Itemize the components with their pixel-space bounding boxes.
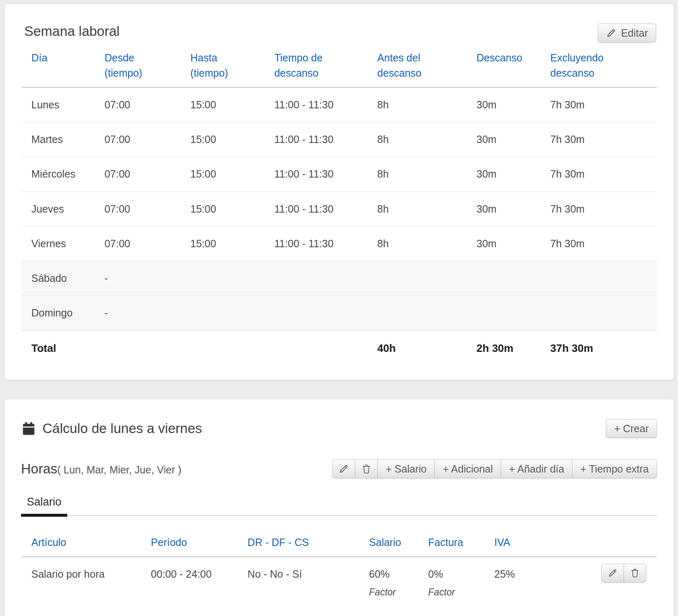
calendar-icon [21, 421, 36, 436]
cell-total-excluyendo: 37h 30m [540, 330, 657, 365]
col-header-dia: Día [21, 50, 94, 87]
cell-tiempo [264, 261, 367, 296]
cell-excluyendo: 7h 30m [540, 192, 657, 226]
col-header-tiempo-descanso: Tiempo dedescanso [264, 50, 367, 87]
cell-salario: 60% Factor [359, 557, 418, 609]
cell-dr-df-cs: No - No - Sí [237, 557, 359, 609]
col-header-iva: IVA [484, 535, 549, 557]
cell-factura: 0% Factor [418, 557, 484, 609]
cell-day: Martes [21, 122, 94, 157]
hours-days: ( Lun, Mar, Mier, Jue, Vier ) [57, 464, 181, 475]
delete-row-button[interactable] [624, 564, 646, 583]
col-header-articulo: Artículo [21, 535, 141, 557]
hours-toolbar: + Salario + Adicional + Añadir día + Tie… [332, 459, 657, 478]
cell-desde: 07:00 [94, 87, 180, 122]
page-title: Semana laboral [21, 4, 657, 50]
cell-descanso: 30m [466, 87, 540, 122]
cell-antes [367, 296, 466, 330]
add-additional-button[interactable]: + Adicional [434, 459, 501, 478]
cell-antes: 8h [367, 192, 466, 226]
pencil-icon [608, 568, 618, 578]
cell-hasta: 15:00 [180, 157, 264, 192]
col-header-desde: Desde(tiempo) [94, 50, 180, 87]
cell-articulo: Salario por hora [21, 557, 141, 609]
hours-heading: Horas [21, 461, 57, 476]
cell-excluyendo: 7h 30m [540, 122, 657, 157]
factura-value: 0% [428, 568, 443, 580]
salary-header-row: Artículo Período DR - DF - CS Salario Fa… [21, 535, 657, 557]
col-header-salario: Salario [359, 535, 418, 557]
cell-desde: - [94, 296, 180, 330]
cell-desde: 07:00 [94, 157, 180, 192]
create-button[interactable]: + Crear [606, 419, 657, 438]
add-day-label: + Añadir día [509, 463, 564, 475]
cell-tiempo: 11:00 - 11:30 [264, 87, 367, 122]
salario-factor-note: Factor [369, 586, 414, 598]
cell-hasta: 15:00 [180, 87, 264, 122]
edit-row-button[interactable] [601, 564, 624, 583]
factura-factor-note: Factor [428, 586, 481, 598]
cell-antes: 8h [367, 157, 466, 192]
pencil-icon [338, 464, 349, 474]
work-week-panel: Semana laboral Editar Día Desde(tiempo) … [4, 3, 674, 380]
table-row-viernes: Viernes 07:00 15:00 11:00 - 11:30 8h 30m… [21, 226, 657, 261]
add-overtime-button[interactable]: + Tiempo extra [572, 459, 657, 478]
salario-value: 60% [369, 568, 389, 580]
tab-salario[interactable]: Salario [21, 496, 67, 517]
cell-descanso: 30m [466, 157, 540, 192]
calc-header: Cálculo de lunes a viernes + Crear [21, 399, 657, 438]
delete-hours-button[interactable] [355, 459, 378, 478]
cell-total-descanso: 2h 30m [466, 330, 540, 365]
add-salary-label: + Salario [386, 463, 427, 475]
add-day-button[interactable]: + Añadir día [501, 459, 572, 478]
cell-antes [367, 261, 466, 296]
table-row-miercoles: Miércoles 07:00 15:00 11:00 - 11:30 8h 3… [21, 157, 657, 192]
edit-hours-button[interactable] [332, 459, 355, 478]
cell-total-antes: 40h [367, 330, 466, 365]
cell-tiempo [264, 296, 367, 330]
cell-descanso [466, 261, 540, 296]
cell-desde: 07:00 [94, 226, 180, 261]
col-header-dr-df-cs: DR - DF - CS [237, 535, 359, 557]
cell-descanso: 30m [466, 192, 540, 226]
cell-iva: 25% [484, 557, 549, 609]
cell-descanso: 30m [466, 122, 540, 157]
col-header-actions [549, 535, 657, 557]
cell-excluyendo [540, 296, 657, 330]
cell-descanso [466, 296, 540, 330]
add-additional-label: + Adicional [443, 463, 493, 475]
cell-tiempo: 11:00 - 11:30 [264, 122, 367, 157]
edit-button-label: Editar [621, 27, 648, 39]
pencil-icon [606, 28, 617, 38]
cell-excluyendo: 7h 30m [540, 157, 657, 192]
add-salary-button[interactable]: + Salario [378, 459, 435, 478]
cell-day: Domingo [21, 296, 94, 330]
cell-tiempo: 11:00 - 11:30 [264, 157, 367, 192]
table-row-lunes: Lunes 07:00 15:00 11:00 - 11:30 8h 30m 7… [21, 87, 657, 122]
cell-hasta: 15:00 [180, 122, 264, 157]
cell-hasta: 15:00 [180, 192, 264, 226]
cell-antes: 8h [367, 122, 466, 157]
cell-excluyendo: 7h 30m [540, 87, 657, 122]
cell-hasta [180, 261, 264, 296]
table-row-domingo: Domingo - [21, 296, 657, 330]
col-header-descanso: Descanso [466, 50, 540, 87]
cell-day: Jueves [21, 192, 94, 226]
salary-table: Artículo Período DR - DF - CS Salario Fa… [21, 535, 657, 609]
table-row-total: Total 40h 2h 30m 37h 30m [21, 330, 657, 365]
cell-desde: - [94, 261, 180, 296]
trash-icon [361, 464, 372, 474]
cell-day: Miércoles [21, 157, 94, 192]
cell-day: Lunes [21, 87, 94, 122]
cell-tiempo: 11:00 - 11:30 [264, 192, 367, 226]
edit-button[interactable]: Editar [598, 23, 656, 42]
cell-excluyendo: 7h 30m [540, 226, 657, 261]
tab-bar: Salario [21, 496, 657, 516]
cell-hasta: 15:00 [180, 226, 264, 261]
col-header-factura: Factura [418, 535, 484, 557]
cell-desde: 07:00 [94, 192, 180, 226]
cell-day: Sábado [21, 261, 94, 296]
cell-periodo: 00:00 - 24:00 [141, 557, 237, 609]
cell-descanso: 30m [466, 226, 540, 261]
cell-excluyendo [540, 261, 657, 296]
